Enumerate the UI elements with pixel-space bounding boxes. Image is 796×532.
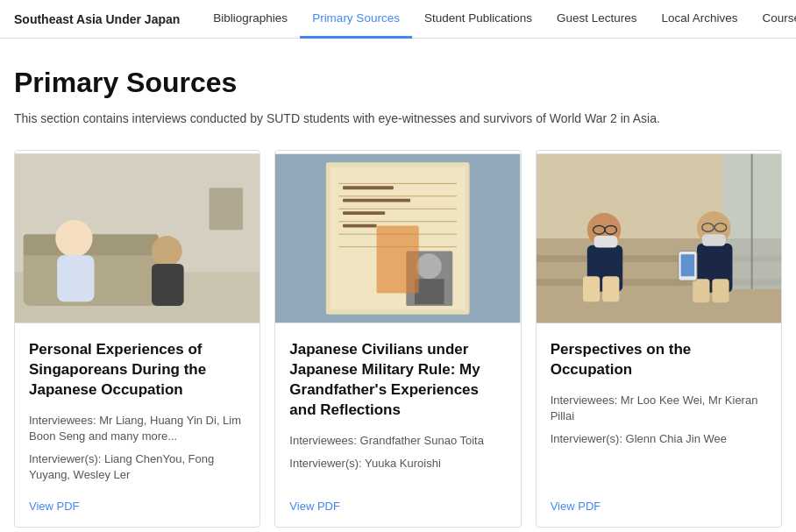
card-2-interviewers: Interviewer(s): Yuuka Kuroishi — [289, 456, 506, 472]
svg-rect-23 — [343, 186, 394, 189]
svg-point-7 — [152, 236, 182, 266]
svg-rect-49 — [680, 254, 693, 276]
svg-rect-44 — [712, 279, 728, 302]
card-1-title: Personal Experiences of Singaporeans Dur… — [29, 340, 245, 401]
navbar: Southeast Asia Under Japan Bibliographie… — [0, 0, 796, 39]
svg-rect-24 — [343, 199, 410, 202]
svg-rect-9 — [210, 188, 244, 230]
card-2-image — [275, 151, 520, 326]
svg-rect-47 — [701, 234, 725, 245]
svg-rect-43 — [693, 279, 709, 302]
card-3-image — [537, 151, 781, 326]
svg-rect-36 — [583, 276, 600, 301]
svg-rect-6 — [57, 255, 94, 301]
card-3-interviewers: Interviewer(s): Glenn Chia Jin Wee — [551, 431, 767, 447]
svg-rect-26 — [343, 224, 377, 228]
page-title: Primary Sources — [14, 67, 782, 99]
svg-point-5 — [55, 220, 92, 257]
nav-brand: Southeast Asia Under Japan — [14, 12, 180, 26]
card-2: Japanese Civilians under Japanese Milita… — [274, 150, 521, 528]
page-subtitle: This section contains interviews conduct… — [14, 111, 782, 125]
nav-link-bibliographies[interactable]: Bibliographies — [201, 1, 300, 39]
card-1-image — [15, 151, 259, 326]
card-3-title: Perspectives on the Occupation — [551, 340, 767, 380]
nav-links: BibliographiesPrimary SourcesStudent Pub… — [201, 0, 796, 38]
cards-grid: Personal Experiences of Singaporeans Dur… — [14, 150, 782, 528]
card-2-title: Japanese Civilians under Japanese Milita… — [289, 340, 506, 421]
svg-rect-25 — [343, 211, 385, 215]
svg-rect-37 — [602, 276, 619, 301]
svg-rect-22 — [377, 226, 419, 294]
card-3-view-pdf[interactable]: View PDF — [551, 491, 767, 513]
card-2-view-pdf[interactable]: View PDF — [289, 491, 506, 513]
card-2-interviewees: Interviewees: Grandfather Sunao Toita — [289, 433, 506, 449]
card-1-interviewees: Interviewees: Mr Liang, Huang Yin Di, Li… — [29, 413, 245, 444]
card-3: Perspectives on the OccupationInterviewe… — [536, 150, 782, 528]
nav-link-primary-sources[interactable]: Primary Sources — [300, 1, 412, 39]
card-1: Personal Experiences of Singaporeans Dur… — [14, 150, 260, 528]
card-2-body: Japanese Civilians under Japanese Milita… — [275, 326, 520, 527]
main-content: Primary Sources This section contains in… — [0, 39, 796, 532]
card-1-body: Personal Experiences of Singaporeans Dur… — [15, 326, 259, 527]
card-3-interviewees: Interviewees: Mr Loo Kee Wei, Mr Kieran … — [551, 393, 767, 424]
card-1-view-pdf[interactable]: View PDF — [29, 491, 245, 513]
svg-point-20 — [416, 253, 442, 279]
card-1-interviewers: Interviewer(s): Liang ChenYou, Fong Yuya… — [29, 451, 245, 483]
card-3-body: Perspectives on the OccupationInterviewe… — [537, 326, 781, 527]
svg-rect-40 — [593, 236, 617, 247]
nav-link-local-archives[interactable]: Local Archives — [650, 1, 750, 39]
svg-rect-8 — [152, 264, 184, 306]
nav-link-guest-lectures[interactable]: Guest Lectures — [544, 1, 650, 39]
nav-link-student-publications[interactable]: Student Publications — [412, 1, 544, 39]
svg-rect-21 — [415, 279, 444, 304]
nav-link-course-syllabus[interactable]: Course Syllabus — [750, 1, 796, 39]
